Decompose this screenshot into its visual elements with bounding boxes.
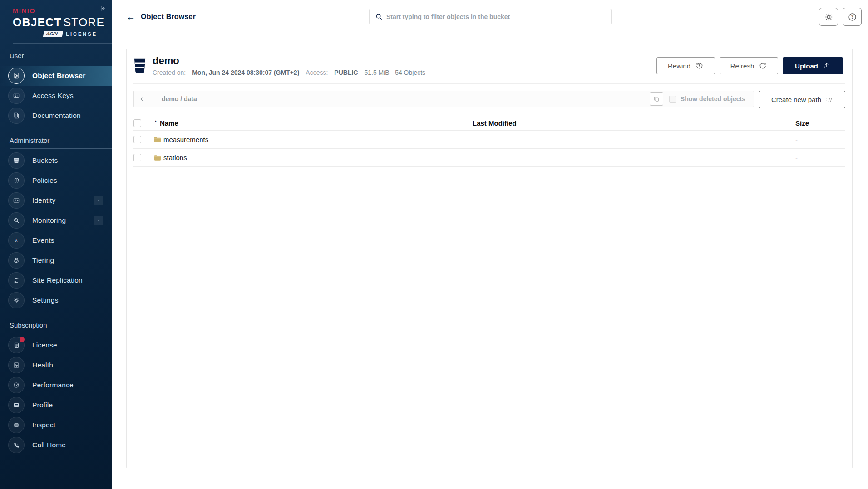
content-area: demo Created on: Mon, Jun 24 2024 08:30:… [112, 34, 868, 489]
folder-icon [154, 155, 161, 161]
top-bar: ← Object Browser ? [112, 0, 868, 34]
access-keys-icon [8, 88, 25, 104]
section-subscription: Subscription License Health [0, 321, 112, 455]
table-row[interactable]: stations - [133, 149, 845, 167]
size-cell: - [795, 136, 845, 143]
sidebar-item-license[interactable]: License [0, 335, 112, 355]
breadcrumb: demo / data [151, 95, 650, 103]
topbar-actions: ? [819, 8, 862, 26]
sidebar-item-access-keys[interactable]: Access Keys [0, 86, 112, 106]
sidebar-item-monitoring[interactable]: Monitoring [0, 210, 112, 230]
page-back-button[interactable]: ← Object Browser [126, 12, 196, 21]
path-back-button[interactable] [134, 91, 151, 107]
sidebar-item-object-browser[interactable]: Object Browser [0, 66, 112, 86]
select-all-cell [133, 119, 154, 127]
show-deleted-toggle[interactable]: Show deleted objects [669, 95, 745, 103]
column-header-name[interactable]: ▲ Name [154, 119, 473, 127]
documentation-icon [8, 108, 25, 124]
created-value: Mon, Jun 24 2024 08:30:07 (GMT+2) [192, 69, 299, 76]
settings-gear-icon [8, 292, 25, 308]
copy-path-button[interactable] [650, 92, 663, 106]
main-area: ← Object Browser ? [112, 0, 868, 489]
rewind-button[interactable]: Rewind [656, 57, 715, 74]
minio-logo: MINIO OBJECTSTORE AGPL LICENSE [0, 0, 112, 37]
site-replication-icon [8, 272, 25, 289]
logo-divider [13, 43, 112, 44]
column-header-last-modified[interactable]: Last Modified [473, 119, 795, 127]
access-label: Access: [306, 69, 328, 76]
section-label-administrator: Administrator [10, 137, 112, 147]
performance-gauge-icon [8, 377, 25, 393]
section-user: User Object Browser Access Keys [0, 52, 112, 126]
help-button[interactable]: ? [843, 8, 862, 26]
page-title: Object Browser [141, 13, 196, 21]
monitoring-icon [8, 212, 25, 229]
sidebar-item-settings[interactable]: Settings [0, 290, 112, 310]
chevron-down-icon[interactable] [94, 216, 103, 225]
sidebar-item-inspect[interactable]: Inspect [0, 415, 112, 435]
inspect-icon [8, 417, 25, 433]
bucket-actions: Rewind Refresh Upload [656, 57, 843, 74]
access-value: PUBLIC [334, 69, 358, 76]
sidebar-item-site-replication[interactable]: Site Replication [0, 270, 112, 290]
sidebar-item-call-home[interactable]: Call Home [0, 435, 112, 455]
show-deleted-checkbox[interactable] [669, 96, 676, 103]
search-icon [375, 13, 383, 20]
object-filter-search[interactable] [369, 9, 612, 24]
search-input[interactable] [386, 9, 611, 24]
section-administrator: Administrator Buckets Policies [0, 137, 112, 310]
sidebar-item-profile[interactable]: Profile [0, 395, 112, 415]
product-title: OBJECTSTORE [13, 16, 112, 29]
sidebar-item-events[interactable]: λ Events [0, 230, 112, 250]
call-home-phone-icon [8, 437, 25, 453]
bucket-stats: 51.5 MiB - 54 Objects [364, 69, 425, 76]
sidebar-item-buckets[interactable]: Buckets [0, 151, 112, 171]
breadcrumb-bar: demo / data Show deleted objects [133, 91, 754, 107]
sort-asc-icon: ▲ [154, 119, 158, 123]
show-deleted-label: Show deleted objects [681, 95, 745, 103]
back-arrow-icon: ← [126, 12, 135, 21]
column-header-size[interactable]: Size [795, 119, 845, 127]
rewind-icon [695, 62, 704, 70]
sidebar-item-identity[interactable]: Identity [0, 191, 112, 210]
folder-icon [154, 137, 161, 143]
sidebar-item-performance[interactable]: Performance [0, 375, 112, 395]
sidebar-item-documentation[interactable]: Documentation [0, 106, 112, 126]
table-header-row: ▲ Name Last Modified Size [133, 116, 845, 131]
tiering-layers-icon [8, 252, 25, 269]
health-icon [8, 357, 25, 373]
sidebar-item-policies[interactable]: Policies [0, 171, 112, 191]
gear-icon [824, 12, 833, 22]
minio-console: MINIO OBJECTSTORE AGPL LICENSE User Obje… [0, 0, 868, 489]
upload-button[interactable]: Upload [783, 57, 843, 74]
buckets-icon [8, 152, 25, 169]
section-label-user: User [10, 52, 112, 62]
profile-icon [8, 397, 25, 413]
sidebar: MINIO OBJECTSTORE AGPL LICENSE User Obje… [0, 0, 112, 489]
refresh-icon [759, 62, 767, 70]
license-row: AGPL LICENSE [13, 31, 97, 37]
create-new-path-button[interactable]: Create new path [759, 91, 845, 108]
agpl-badge: AGPL [43, 31, 63, 37]
row-checkbox[interactable] [133, 136, 141, 143]
sidebar-item-health[interactable]: Health [0, 355, 112, 375]
table-row[interactable]: measurements - [133, 131, 845, 149]
chevron-down-icon[interactable] [94, 196, 103, 205]
license-icon [8, 337, 25, 353]
object-name-cell[interactable]: stations [154, 154, 473, 161]
object-name-cell[interactable]: measurements [154, 136, 473, 143]
sidebar-item-tiering[interactable]: Tiering [0, 250, 112, 270]
row-checkbox[interactable] [133, 154, 141, 161]
refresh-button[interactable]: Refresh [720, 57, 778, 74]
objects-table: ▲ Name Last Modified Size [133, 116, 845, 167]
identity-icon [8, 192, 25, 209]
sidebar-collapse-icon[interactable] [98, 4, 108, 14]
sidebar-nav: User Object Browser Access Keys [0, 52, 112, 455]
copy-icon [653, 96, 660, 102]
settings-button[interactable] [819, 8, 838, 26]
svg-text:λ: λ [15, 238, 18, 244]
svg-text:?: ? [851, 15, 853, 20]
bucket-browser-card: demo Created on: Mon, Jun 24 2024 08:30:… [126, 49, 853, 468]
path-toolbar: demo / data Show deleted objects Create … [133, 91, 845, 108]
select-all-checkbox[interactable] [133, 119, 141, 127]
